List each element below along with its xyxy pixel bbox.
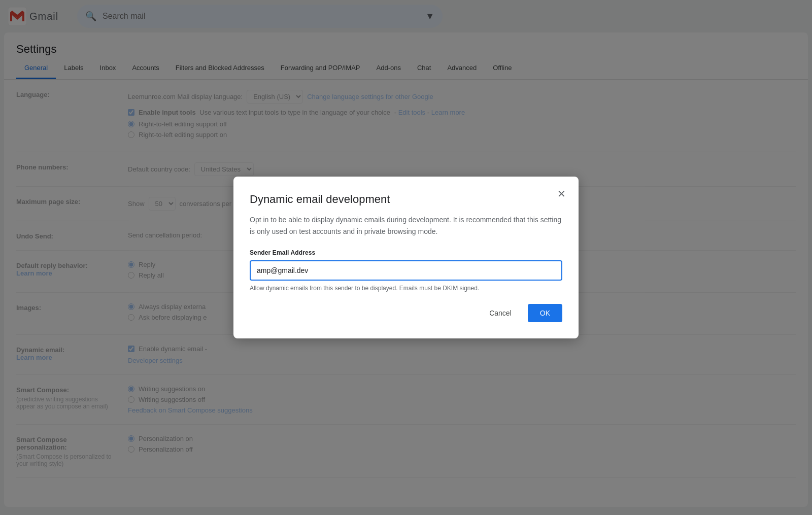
modal-overlay: ✕ Dynamic email development Opt in to be… bbox=[0, 0, 812, 511]
sender-email-input[interactable] bbox=[250, 260, 562, 281]
dialog-title: Dynamic email development bbox=[250, 193, 562, 206]
field-label: Sender Email Address bbox=[250, 249, 562, 256]
dialog-hint: Allow dynamic emails from this sender to… bbox=[250, 285, 562, 292]
dialog-actions: Cancel OK bbox=[250, 304, 562, 322]
ok-button[interactable]: OK bbox=[528, 304, 562, 322]
dynamic-email-dialog: ✕ Dynamic email development Opt in to be… bbox=[233, 177, 579, 338]
dialog-description: Opt in to be able to display dynamic ema… bbox=[250, 214, 562, 237]
dialog-close-button[interactable]: ✕ bbox=[552, 185, 570, 203]
cancel-button[interactable]: Cancel bbox=[477, 304, 524, 322]
